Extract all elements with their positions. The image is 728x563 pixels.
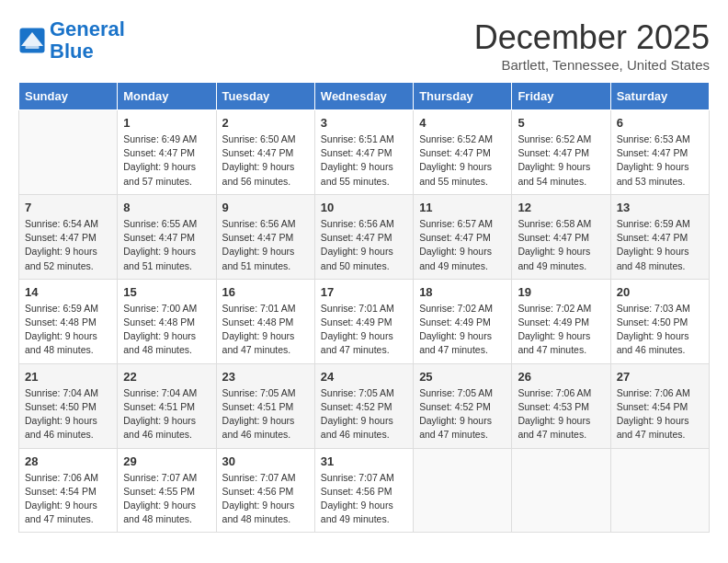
calendar-cell: 16Sunrise: 7:01 AM Sunset: 4:48 PM Dayli… (216, 279, 314, 363)
calendar-cell: 22Sunrise: 7:04 AM Sunset: 4:51 PM Dayli… (118, 363, 216, 448)
day-info: Sunrise: 6:53 AM Sunset: 4:47 PM Dayligh… (617, 132, 703, 189)
weekday-header-sunday: Sunday (19, 83, 118, 110)
day-number: 14 (25, 285, 111, 299)
location-subtitle: Bartlett, Tennessee, United States (474, 57, 710, 73)
calendar-cell: 12Sunrise: 6:58 AM Sunset: 4:47 PM Dayli… (512, 194, 610, 279)
calendar-cell: 20Sunrise: 7:03 AM Sunset: 4:50 PM Dayli… (610, 279, 709, 363)
month-title: December 2025 (474, 18, 710, 57)
calendar-week-row: 21Sunrise: 7:04 AM Sunset: 4:50 PM Dayli… (19, 363, 710, 448)
day-number: 15 (123, 285, 210, 299)
calendar-cell (19, 110, 118, 195)
day-number: 3 (321, 116, 407, 130)
weekday-header-monday: Monday (118, 83, 216, 110)
day-number: 19 (518, 285, 604, 299)
day-number: 23 (222, 370, 309, 384)
day-info: Sunrise: 6:52 AM Sunset: 4:47 PM Dayligh… (518, 132, 604, 189)
day-info: Sunrise: 7:07 AM Sunset: 4:56 PM Dayligh… (222, 471, 309, 527)
calendar-cell: 26Sunrise: 7:06 AM Sunset: 4:53 PM Dayli… (512, 363, 610, 448)
day-info: Sunrise: 6:56 AM Sunset: 4:47 PM Dayligh… (222, 217, 309, 273)
calendar-cell: 10Sunrise: 6:56 AM Sunset: 4:47 PM Dayli… (314, 194, 413, 279)
day-number: 20 (617, 285, 703, 299)
day-info: Sunrise: 7:06 AM Sunset: 4:53 PM Dayligh… (518, 386, 604, 442)
day-info: Sunrise: 7:04 AM Sunset: 4:51 PM Dayligh… (123, 386, 210, 442)
day-number: 1 (123, 116, 210, 130)
day-info: Sunrise: 6:59 AM Sunset: 4:47 PM Dayligh… (617, 217, 703, 273)
day-number: 31 (321, 454, 407, 468)
weekday-header-row: SundayMondayTuesdayWednesdayThursdayFrid… (19, 83, 710, 110)
calendar-cell: 29Sunrise: 7:07 AM Sunset: 4:55 PM Dayli… (118, 448, 216, 533)
calendar-cell: 28Sunrise: 7:06 AM Sunset: 4:54 PM Dayli… (19, 448, 118, 533)
calendar-cell: 8Sunrise: 6:55 AM Sunset: 4:47 PM Daylig… (118, 194, 216, 279)
day-info: Sunrise: 7:00 AM Sunset: 4:48 PM Dayligh… (123, 302, 210, 358)
calendar-cell: 23Sunrise: 7:05 AM Sunset: 4:51 PM Dayli… (216, 363, 314, 448)
calendar-cell: 21Sunrise: 7:04 AM Sunset: 4:50 PM Dayli… (19, 363, 118, 448)
logo-text: General Blue (50, 18, 125, 63)
calendar-cell: 18Sunrise: 7:02 AM Sunset: 4:49 PM Dayli… (414, 279, 512, 363)
day-number: 24 (321, 370, 407, 384)
day-info: Sunrise: 7:01 AM Sunset: 4:49 PM Dayligh… (321, 302, 407, 358)
day-info: Sunrise: 7:07 AM Sunset: 4:56 PM Dayligh… (321, 471, 407, 527)
calendar-cell: 24Sunrise: 7:05 AM Sunset: 4:52 PM Dayli… (314, 363, 413, 448)
weekday-header-saturday: Saturday (610, 83, 709, 110)
day-info: Sunrise: 7:01 AM Sunset: 4:48 PM Dayligh… (222, 302, 309, 358)
day-info: Sunrise: 6:59 AM Sunset: 4:48 PM Dayligh… (25, 302, 111, 358)
calendar-table: SundayMondayTuesdayWednesdayThursdayFrid… (18, 82, 710, 533)
day-info: Sunrise: 7:05 AM Sunset: 4:51 PM Dayligh… (222, 386, 309, 442)
day-number: 7 (25, 201, 111, 214)
weekday-header-tuesday: Tuesday (216, 83, 314, 110)
calendar-cell: 13Sunrise: 6:59 AM Sunset: 4:47 PM Dayli… (610, 194, 709, 279)
calendar-cell: 4Sunrise: 6:52 AM Sunset: 4:47 PM Daylig… (414, 110, 512, 195)
day-number: 9 (222, 201, 309, 214)
calendar-cell: 6Sunrise: 6:53 AM Sunset: 4:47 PM Daylig… (610, 110, 709, 195)
day-info: Sunrise: 6:56 AM Sunset: 4:47 PM Dayligh… (321, 217, 407, 273)
calendar-cell: 14Sunrise: 6:59 AM Sunset: 4:48 PM Dayli… (19, 279, 118, 363)
day-number: 4 (419, 116, 506, 130)
day-info: Sunrise: 7:05 AM Sunset: 4:52 PM Dayligh… (321, 386, 407, 442)
day-number: 29 (123, 454, 210, 468)
day-number: 5 (518, 116, 604, 130)
day-info: Sunrise: 6:50 AM Sunset: 4:47 PM Dayligh… (222, 132, 309, 189)
calendar-header: SundayMondayTuesdayWednesdayThursdayFrid… (19, 83, 710, 110)
day-number: 18 (419, 285, 506, 299)
day-info: Sunrise: 7:02 AM Sunset: 4:49 PM Dayligh… (518, 302, 604, 358)
day-info: Sunrise: 7:06 AM Sunset: 4:54 PM Dayligh… (25, 471, 111, 527)
calendar-cell: 30Sunrise: 7:07 AM Sunset: 4:56 PM Dayli… (216, 448, 314, 533)
day-info: Sunrise: 6:54 AM Sunset: 4:47 PM Dayligh… (25, 217, 111, 273)
day-info: Sunrise: 6:55 AM Sunset: 4:47 PM Dayligh… (123, 217, 210, 273)
day-number: 12 (518, 201, 604, 214)
day-number: 16 (222, 285, 309, 299)
calendar-cell: 19Sunrise: 7:02 AM Sunset: 4:49 PM Dayli… (512, 279, 610, 363)
calendar-week-row: 28Sunrise: 7:06 AM Sunset: 4:54 PM Dayli… (19, 448, 710, 533)
calendar-week-row: 14Sunrise: 6:59 AM Sunset: 4:48 PM Dayli… (19, 279, 710, 363)
day-number: 21 (25, 370, 111, 384)
day-number: 10 (321, 201, 407, 214)
title-block: December 2025 Bartlett, Tennessee, Unite… (474, 18, 710, 73)
calendar-body: 1Sunrise: 6:49 AM Sunset: 4:47 PM Daylig… (19, 110, 710, 533)
logo: General Blue (18, 18, 125, 63)
calendar-cell: 17Sunrise: 7:01 AM Sunset: 4:49 PM Dayli… (314, 279, 413, 363)
day-number: 17 (321, 285, 407, 299)
calendar-cell (610, 448, 709, 533)
calendar-cell: 9Sunrise: 6:56 AM Sunset: 4:47 PM Daylig… (216, 194, 314, 279)
day-info: Sunrise: 6:58 AM Sunset: 4:47 PM Dayligh… (518, 217, 604, 273)
calendar-cell: 3Sunrise: 6:51 AM Sunset: 4:47 PM Daylig… (314, 110, 413, 195)
day-number: 25 (419, 370, 506, 384)
day-info: Sunrise: 7:05 AM Sunset: 4:52 PM Dayligh… (419, 386, 506, 442)
calendar-cell: 5Sunrise: 6:52 AM Sunset: 4:47 PM Daylig… (512, 110, 610, 195)
calendar-cell: 11Sunrise: 6:57 AM Sunset: 4:47 PM Dayli… (414, 194, 512, 279)
day-info: Sunrise: 7:04 AM Sunset: 4:50 PM Dayligh… (25, 386, 111, 442)
day-info: Sunrise: 6:49 AM Sunset: 4:47 PM Dayligh… (123, 132, 210, 189)
logo-icon (18, 27, 46, 54)
day-number: 6 (617, 116, 703, 130)
day-info: Sunrise: 7:02 AM Sunset: 4:49 PM Dayligh… (419, 302, 506, 358)
day-number: 27 (617, 370, 703, 384)
day-info: Sunrise: 6:52 AM Sunset: 4:47 PM Dayligh… (419, 132, 506, 189)
calendar-cell: 31Sunrise: 7:07 AM Sunset: 4:56 PM Dayli… (314, 448, 413, 533)
calendar-week-row: 7Sunrise: 6:54 AM Sunset: 4:47 PM Daylig… (19, 194, 710, 279)
day-number: 13 (617, 201, 703, 214)
day-number: 11 (419, 201, 506, 214)
calendar-cell: 1Sunrise: 6:49 AM Sunset: 4:47 PM Daylig… (118, 110, 216, 195)
day-number: 8 (123, 201, 210, 214)
day-number: 2 (222, 116, 309, 130)
day-info: Sunrise: 6:57 AM Sunset: 4:47 PM Dayligh… (419, 217, 506, 273)
